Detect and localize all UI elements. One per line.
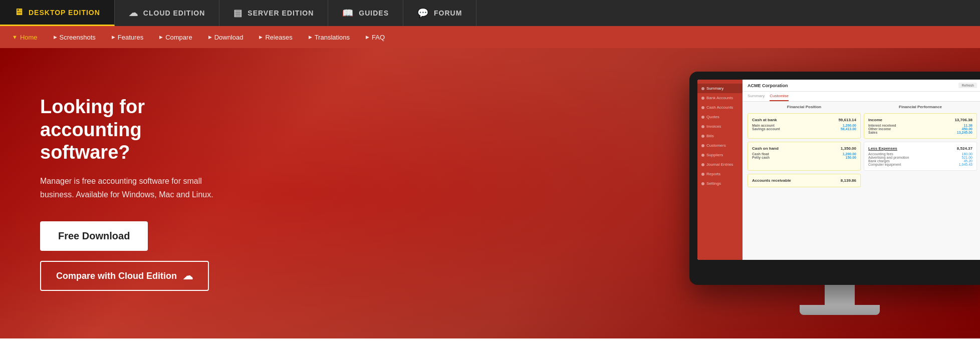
hero-text-content: Looking for accounting software? Manager…: [0, 96, 276, 291]
top-nav-forum[interactable]: 💬 FORUM: [403, 0, 476, 26]
screen-sidebar-suppliers: Suppliers: [697, 150, 743, 160]
tab-customise: Customise: [770, 92, 789, 101]
screen-sidebar-customers: Customers: [697, 141, 743, 150]
top-nav-guides[interactable]: 📖 GUIDES: [328, 0, 403, 26]
arrow-right-icon: ▶: [54, 35, 57, 40]
arrow-down-icon: ▼: [12, 34, 18, 40]
monitor-stand-base: [800, 305, 880, 315]
right-section-title: Financial Performance: [864, 105, 977, 109]
left-section-title: Financial Position: [748, 105, 861, 109]
card-cash-bank: Cash at bank 59,613.14 Main account 1,20…: [748, 113, 861, 139]
company-name: ACME Corporation: [748, 83, 788, 88]
sec-nav-translations[interactable]: ▶ Translations: [302, 31, 357, 44]
sidebar-dot: [701, 144, 704, 147]
compare-button[interactable]: Compare with Cloud Edition ☁: [40, 261, 209, 291]
sec-nav-compare[interactable]: ▶ Compare: [152, 31, 199, 44]
cloud-icon: ☁: [129, 8, 138, 19]
tab-summary: Summary: [748, 92, 765, 101]
monitor-illustration: Summary Bank Accounts Cash Accounts: [689, 72, 980, 315]
screen-sidebar-summary: Summary: [697, 84, 743, 93]
screen-sidebar-reports: Reports: [697, 169, 743, 179]
monitor-stand-neck: [825, 285, 855, 305]
sec-nav-features[interactable]: ▶ Features: [105, 31, 150, 44]
screen-sidebar-settings: Settings: [697, 179, 743, 188]
hero-description: Manager is free accounting software for …: [40, 174, 235, 201]
top-nav-server[interactable]: ▤ SERVER EDITION: [219, 0, 328, 26]
screen-sidebar: Summary Bank Accounts Cash Accounts: [697, 80, 743, 260]
top-nav-cloud[interactable]: ☁ CLOUD EDITION: [115, 0, 219, 26]
book-icon: 📖: [342, 8, 354, 19]
arrow-right-icon: ▶: [309, 35, 312, 40]
arrow-right-icon: ▶: [259, 35, 263, 40]
cloud-compare-icon: ☁: [183, 270, 193, 282]
sec-nav-download[interactable]: ▶ Download: [201, 31, 251, 44]
secondary-navigation: ▼ Home ▶ Screenshots ▶ Features ▶ Compar…: [0, 26, 980, 48]
top-nav-desktop[interactable]: 🖥 DESKTOP EDITION: [0, 0, 115, 26]
screen-sidebar-quotes: Quotes: [697, 112, 743, 122]
screen-sidebar-journal: Journal Entries: [697, 160, 743, 169]
top-navigation: 🖥 DESKTOP EDITION ☁ CLOUD EDITION ▤ SERV…: [0, 0, 980, 26]
sidebar-dot: [701, 163, 704, 166]
sidebar-dot: [701, 87, 704, 90]
monitor-screen: Summary Bank Accounts Cash Accounts: [697, 80, 980, 260]
card-expenses: Less Expenses 8,524.37 Accounting fees 1…: [864, 142, 977, 171]
screen-tabs: Summary Customise: [743, 92, 980, 102]
card-income: Income 13,706.38 Interest received 11.38…: [864, 113, 977, 139]
hero-title: Looking for accounting software?: [40, 96, 235, 164]
screen-sidebar-bills: Bills: [697, 131, 743, 141]
screen-body: Financial Position Financial Performance…: [743, 102, 980, 190]
screen-header: ACME Corporation Refresh: [743, 80, 980, 92]
sidebar-dot: [701, 173, 704, 176]
hero-section: Looking for accounting software? Manager…: [0, 48, 980, 338]
forum-icon: 💬: [417, 8, 429, 19]
server-icon: ▤: [233, 8, 242, 19]
sidebar-dot: [701, 125, 704, 128]
screen-sidebar-bank: Bank Accounts: [697, 93, 743, 103]
sec-nav-releases[interactable]: ▶ Releases: [252, 31, 299, 44]
sidebar-dot: [701, 154, 704, 157]
free-download-button[interactable]: Free Download: [40, 221, 148, 251]
screen-main: ACME Corporation Refresh Summary Customi…: [743, 80, 980, 260]
screen-sidebar-cash: Cash Accounts: [697, 103, 743, 112]
desktop-icon: 🖥: [14, 7, 24, 18]
hero-buttons: Free Download Compare with Cloud Edition…: [40, 221, 235, 291]
card-cash-hand: Cash on hand 1,350.00 Cash float 1,200.0…: [748, 142, 861, 171]
arrow-right-icon: ▶: [208, 35, 212, 40]
sidebar-dot: [701, 182, 704, 185]
arrow-right-icon: ▶: [159, 35, 163, 40]
card-accounts-receivable: Accounts receivable 8,139.86: [748, 174, 861, 187]
arrow-right-icon: ▶: [112, 35, 115, 40]
sidebar-dot: [701, 106, 704, 109]
monitor-bezel: Summary Bank Accounts Cash Accounts: [689, 72, 980, 285]
arrow-right-icon: ▶: [366, 35, 369, 40]
sidebar-dot: [701, 135, 704, 138]
sidebar-dot: [701, 116, 704, 119]
screen-sidebar-invoices: Invoices: [697, 122, 743, 131]
sec-nav-home[interactable]: ▼ Home: [5, 31, 45, 44]
refresh-button: Refresh: [958, 83, 977, 88]
screen-content: Summary Bank Accounts Cash Accounts: [697, 80, 980, 260]
sidebar-dot: [701, 97, 704, 100]
sec-nav-screenshots[interactable]: ▶ Screenshots: [47, 31, 103, 44]
sec-nav-faq[interactable]: ▶ FAQ: [359, 31, 392, 44]
